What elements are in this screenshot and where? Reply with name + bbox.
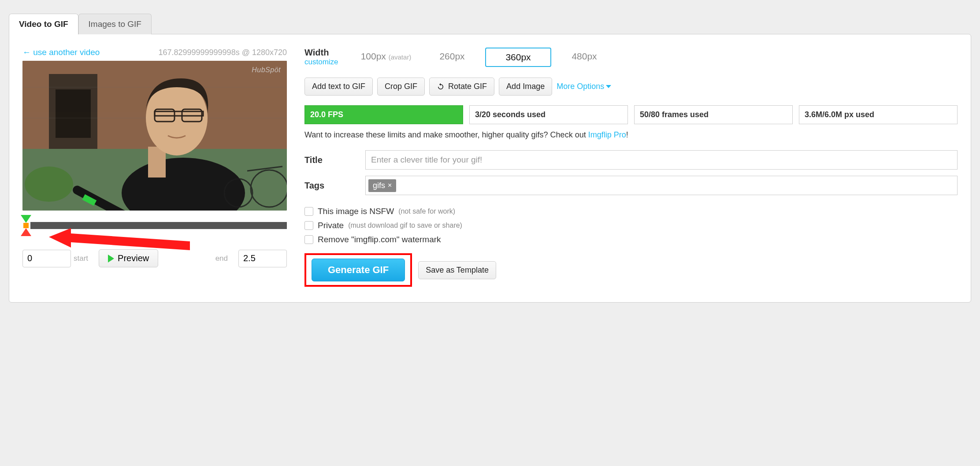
play-icon — [108, 255, 114, 263]
tab-bar: Video to GIF Images to GIF — [9, 13, 971, 34]
more-options-link[interactable]: More Options — [557, 82, 611, 91]
width-option-260[interactable]: 260px — [419, 48, 485, 67]
timeline-playhead[interactable] — [23, 223, 29, 228]
svg-marker-19 — [49, 228, 190, 250]
nsfw-sub: (not safe for work) — [398, 207, 455, 215]
annotation-arrow — [49, 228, 190, 255]
width-option-sub: (avatar) — [389, 53, 412, 61]
rotate-button-label: Rotate GIF — [448, 82, 487, 91]
private-label: Private — [318, 221, 344, 230]
svg-rect-3 — [56, 89, 91, 138]
video-preview[interactable]: HubSpöt — [22, 61, 287, 211]
chevron-down-icon — [606, 85, 611, 88]
preview-button-label: Preview — [118, 253, 149, 263]
tab-video-to-gif[interactable]: Video to GIF — [9, 14, 78, 34]
rotate-icon — [437, 83, 445, 91]
video-still-illustration — [22, 61, 287, 211]
end-time-input[interactable] — [238, 250, 287, 267]
remove-watermark-label: Remove "imgflip.com" watermark — [318, 235, 441, 244]
tab-images-to-gif[interactable]: Images to GIF — [78, 14, 152, 34]
add-text-button[interactable]: Add text to GIF — [304, 78, 373, 96]
left-column: ← use another video 167.82999999999998s … — [22, 48, 287, 287]
tags-input[interactable]: gifs × — [365, 176, 958, 195]
upsell-text: Want to increase these limits and make s… — [304, 130, 958, 140]
width-label: Width — [304, 48, 329, 57]
title-input[interactable] — [365, 150, 958, 170]
main-panel: ← use another video 167.82999999999998s … — [9, 34, 971, 303]
upsell-prefix: Want to increase these limits and make s… — [304, 130, 588, 139]
timeline-start-handle[interactable] — [21, 215, 31, 223]
customize-width-link[interactable]: customize — [304, 58, 338, 66]
stat-px: 3.6M/6.0M px used — [799, 105, 958, 124]
rotate-button[interactable]: Rotate GIF — [429, 78, 494, 96]
tag-chip-label: gifs — [373, 181, 385, 190]
svg-point-18 — [25, 166, 73, 202]
remove-watermark-checkbox[interactable] — [304, 235, 313, 244]
width-option-label: 360px — [505, 52, 531, 62]
width-option-label: 480px — [572, 51, 597, 61]
right-column: Width customize 100px (avatar) 260px 360… — [304, 48, 958, 287]
generate-highlight-annotation: Generate GIF — [304, 253, 412, 287]
video-meta: 167.82999999999998s @ 1280x720 — [158, 48, 287, 57]
crop-button[interactable]: Crop GIF — [377, 78, 425, 96]
use-another-video-link[interactable]: ← use another video — [22, 48, 100, 57]
width-option-360[interactable]: 360px — [485, 48, 551, 67]
width-option-480[interactable]: 480px — [551, 48, 617, 67]
start-label: start — [74, 254, 88, 263]
width-option-label: 100px — [361, 51, 386, 61]
generate-gif-button[interactable]: Generate GIF — [312, 259, 405, 281]
title-label: Title — [304, 155, 357, 165]
stat-fps: 20.0 FPS — [304, 105, 463, 124]
end-label: end — [215, 254, 228, 263]
stat-seconds: 3/20 seconds used — [469, 105, 628, 124]
more-options-label: More Options — [557, 82, 604, 91]
nsfw-label: This image is NSFW — [318, 207, 394, 216]
add-image-button[interactable]: Add Image — [499, 78, 552, 96]
private-checkbox[interactable] — [304, 221, 313, 230]
tags-label: Tags — [304, 181, 357, 191]
timeline-end-handle[interactable] — [21, 228, 31, 236]
hubspot-watermark: HubSpöt — [252, 66, 281, 74]
private-sub: (must download gif to save or share) — [348, 222, 462, 229]
imgflip-pro-link[interactable]: Imgflip Pro — [588, 130, 626, 139]
save-as-template-button[interactable]: Save as Template — [418, 261, 496, 279]
width-option-label: 260px — [439, 51, 464, 61]
width-option-100[interactable]: 100px (avatar) — [353, 48, 419, 67]
upsell-tail: ! — [626, 130, 628, 139]
tag-chip: gifs × — [368, 179, 396, 192]
timeline[interactable] — [22, 215, 287, 241]
tag-remove-icon[interactable]: × — [388, 181, 392, 189]
stat-frames: 50/80 frames used — [634, 105, 793, 124]
nsfw-checkbox[interactable] — [304, 207, 313, 216]
